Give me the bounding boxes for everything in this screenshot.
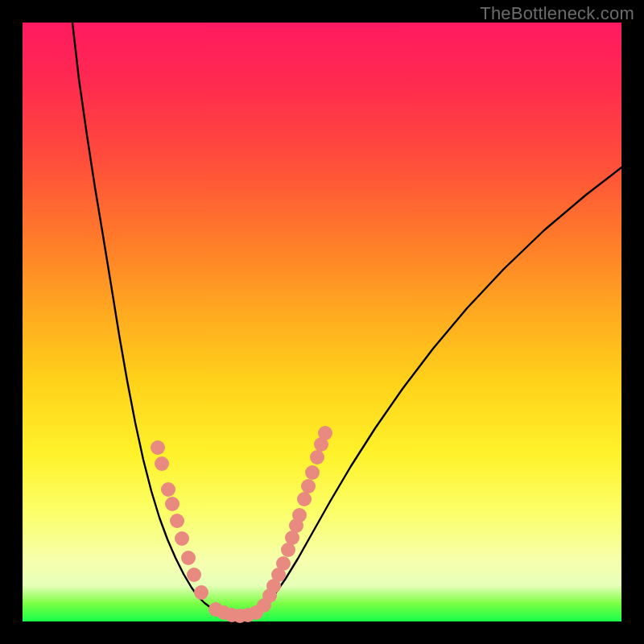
bottleneck-curve: [72, 23, 621, 617]
data-marker: [181, 551, 196, 565]
data-marker: [165, 497, 180, 511]
marker-layer: [151, 426, 332, 623]
data-marker: [318, 426, 332, 440]
data-marker: [161, 482, 175, 497]
data-marker: [155, 456, 169, 471]
data-marker: [170, 514, 184, 528]
chart-svg: [23, 23, 621, 621]
data-marker: [297, 492, 312, 506]
data-marker: [175, 531, 189, 546]
data-marker: [187, 568, 201, 582]
data-marker: [276, 556, 291, 571]
data-marker: [305, 465, 320, 480]
data-marker: [194, 585, 208, 600]
watermark-text: TheBottleneck.com: [480, 3, 634, 24]
data-marker: [310, 450, 324, 464]
data-marker: [301, 479, 316, 493]
data-marker: [151, 440, 165, 455]
data-marker: [292, 508, 307, 522]
chart-frame: [23, 23, 621, 621]
